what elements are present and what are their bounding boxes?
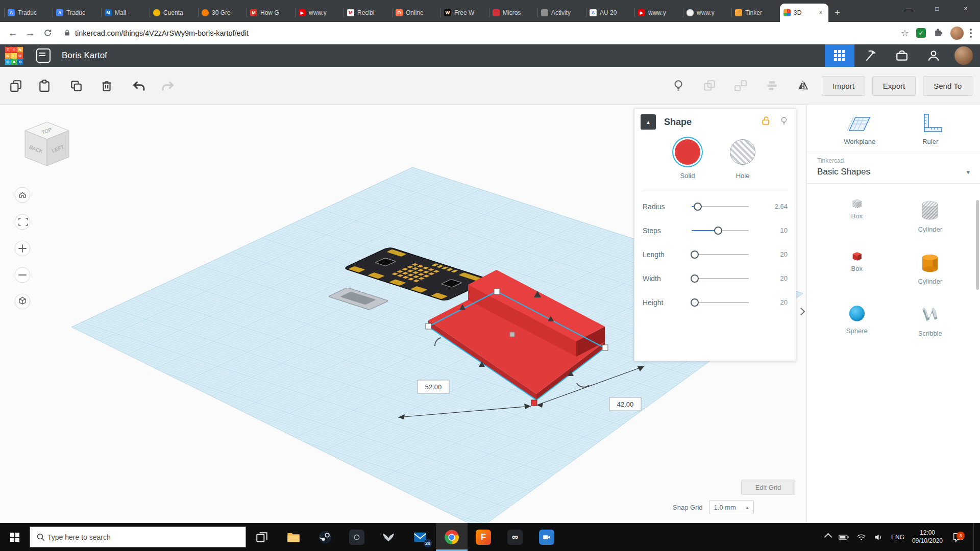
viewport-3d[interactable]: 52.00 42.00 TOP BACK LEFT [0, 105, 806, 523]
browser-tab[interactable]: M Recibi [344, 4, 392, 22]
slider-track[interactable] [692, 251, 749, 259]
browser-tab[interactable]: 3D × [780, 4, 828, 22]
mirror-button[interactable] [791, 74, 815, 97]
app-icon-dark[interactable] [341, 523, 373, 551]
zoom-out-button[interactable] [15, 267, 30, 283]
url-text[interactable]: tinkercad.com/things/4V2zArSWy9m-boris-k… [75, 29, 249, 37]
browser-tab[interactable]: Activity [537, 4, 586, 22]
align-button[interactable] [760, 74, 783, 97]
shape-tile-sphere[interactable]: Sphere [846, 303, 868, 337]
dimension-width-value[interactable]: 52.00 [425, 383, 442, 391]
lock-icon[interactable] [761, 115, 771, 129]
browser-tab[interactable]: A Traduc [53, 4, 101, 22]
shape-tile-box-hole[interactable]: Box [851, 198, 863, 233]
close-button[interactable]: × [951, 0, 980, 17]
browser-menu-icon[interactable] [970, 29, 972, 38]
battery-icon[interactable] [839, 533, 849, 541]
export-button[interactable]: Export [872, 76, 916, 96]
browser-profile-avatar[interactable] [950, 27, 964, 40]
shape-tile-cylinder[interactable]: Cylinder [918, 251, 942, 286]
sidebar-scrollbar[interactable] [976, 200, 979, 290]
hole-swatch[interactable] [730, 139, 755, 165]
browser-tab[interactable]: Micros [489, 4, 537, 22]
browser-tab[interactable]: ▶ www.y [295, 4, 344, 22]
tray-expand-chevron[interactable] [824, 533, 832, 541]
browser-tab[interactable]: 30 Gre [198, 4, 247, 22]
send-to-button[interactable]: Send To [923, 76, 972, 96]
slider-value[interactable]: 20 [749, 274, 788, 282]
slider-track[interactable] [692, 274, 749, 283]
profile-person-icon[interactable] [918, 49, 949, 62]
shape-tile-scribble[interactable]: Scribble [918, 303, 942, 337]
edit-grid-button[interactable]: Edit Grid [741, 480, 795, 495]
zoom-in-button[interactable] [15, 241, 30, 256]
panel-collapse-button[interactable]: ▲ [641, 114, 656, 130]
slider-value[interactable]: 20 [749, 251, 788, 258]
slider-handle[interactable] [691, 251, 699, 259]
slider-handle[interactable] [691, 274, 699, 283]
chevron-down-icon[interactable]: ▾ [966, 168, 970, 176]
shape-category-dropdown[interactable]: Tinkercad Basic Shapes ▾ [807, 152, 980, 184]
infinity-app-icon[interactable]: ∞ [499, 523, 531, 551]
steam-icon[interactable] [309, 523, 341, 551]
sidebar-collapse-chevron[interactable] [798, 307, 804, 316]
ruler-tool[interactable]: Ruler [895, 113, 966, 145]
browser-tab[interactable]: M Mail - [101, 4, 150, 22]
center-handle[interactable] [510, 332, 514, 337]
slider-track[interactable] [692, 298, 749, 307]
language-indicator[interactable]: ENG [891, 534, 904, 541]
tab-close-icon[interactable]: × [817, 9, 825, 17]
corner-scale-handle[interactable] [426, 323, 431, 329]
workplane-tool[interactable]: Workplane [824, 113, 895, 145]
wifi-icon[interactable] [856, 533, 866, 541]
browser-tab[interactable]: ▶ www.y [634, 4, 683, 22]
slider-track[interactable] [692, 203, 749, 211]
file-explorer-icon[interactable] [278, 523, 309, 551]
slider-value[interactable]: 10 [749, 227, 788, 234]
outlook-mail-icon[interactable]: 28 [404, 523, 436, 551]
start-button[interactable] [0, 523, 30, 551]
browser-tab[interactable]: A Traduc [4, 4, 53, 22]
browser-tab[interactable]: Tinker [731, 4, 780, 22]
minimize-button[interactable]: — [894, 0, 923, 17]
solid-swatch[interactable] [675, 139, 700, 165]
design-title[interactable]: Boris Kartof [62, 51, 107, 61]
slider-handle[interactable] [714, 227, 722, 235]
new-tab-button[interactable]: + [835, 8, 840, 17]
slider-handle[interactable] [694, 203, 702, 211]
perspective-toggle-button[interactable] [15, 294, 30, 309]
slider-track[interactable] [692, 227, 749, 235]
dashboard-grid-button[interactable] [825, 44, 854, 67]
delete-button[interactable] [95, 74, 118, 97]
omnibox[interactable]: tinkercad.com/things/4V2zArSWy9m-boris-k… [63, 29, 895, 37]
paste-button[interactable] [33, 74, 56, 97]
group-button[interactable] [698, 74, 721, 97]
shape-tile-box[interactable]: Box [851, 251, 863, 286]
video-app-icon[interactable] [531, 523, 562, 551]
corner-scale-handle[interactable] [602, 345, 608, 350]
chrome-icon-active[interactable] [436, 523, 468, 551]
browser-tab[interactable]: O Online [392, 4, 440, 22]
bookmark-star-icon[interactable]: ☆ [901, 28, 909, 39]
task-view-button[interactable] [246, 523, 278, 551]
slider-value[interactable]: 20 [749, 298, 788, 306]
home-view-button[interactable] [15, 187, 30, 203]
view-cube[interactable]: TOP BACK LEFT [25, 122, 69, 166]
volume-icon[interactable] [874, 533, 884, 541]
duplicate-button[interactable] [64, 74, 88, 97]
shape-tile-cylinder-hole[interactable]: Cylinder [918, 198, 942, 233]
browser-tab[interactable]: M How G [247, 4, 295, 22]
back-button[interactable]: ← [4, 28, 21, 39]
design-list-icon[interactable] [36, 48, 51, 63]
f-app-icon[interactable]: F [468, 523, 499, 551]
snap-grid-select[interactable]: 1.0 mm ▴ [709, 500, 754, 514]
copy-button[interactable] [4, 74, 28, 97]
taskbar-clock[interactable]: 12:00 09/10/2020 [912, 529, 943, 545]
bulb-icon[interactable] [779, 115, 789, 129]
browser-tab[interactable]: A AU 20 [586, 4, 634, 22]
browser-tab[interactable]: Cuenta [150, 4, 198, 22]
refresh-button[interactable] [39, 28, 56, 38]
corner-scale-handle[interactable] [494, 289, 500, 294]
fit-view-button[interactable] [15, 214, 30, 230]
taskbar-search[interactable]: Type here to search [30, 527, 246, 547]
